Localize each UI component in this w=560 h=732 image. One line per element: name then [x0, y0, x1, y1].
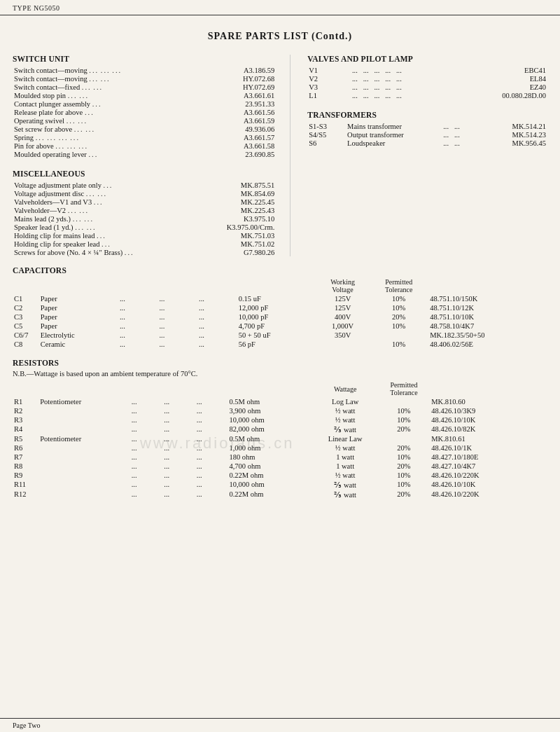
table-row: R3 ......... 10,000 ohm ½ watt 10% 48.42… — [13, 415, 547, 424]
res-wattage: ⅔ watt — [313, 490, 378, 499]
table-row: Speaker lead (1 yd.) ... ... K3.975.00/C… — [13, 223, 276, 231]
table-row: R7 ......... 180 ohm 1 watt 10% 48.427.1… — [13, 453, 547, 462]
switch-unit-section: SWITCH UNIT Switch contact—moving ... ..… — [13, 55, 276, 158]
item-code: A3.661.59 — [155, 116, 276, 125]
cap-type: Ceramic — [39, 340, 118, 349]
item-code: A3.661.61 — [155, 91, 276, 99]
capacitors-table: WorkingVoltage PermittedTolerance C1 Pap… — [13, 277, 547, 349]
res-value: 82,000 ohm — [227, 424, 312, 434]
item-name: Set screw for above ... ... — [13, 125, 155, 133]
res-code: MK.810.61 — [430, 434, 547, 443]
cap-voltage: 125V — [316, 303, 369, 312]
col-header — [38, 380, 130, 397]
dots: ... — [197, 322, 237, 331]
page: TYPE NG5050 SPARE PARTS LIST (Contd.) SW… — [0, 0, 560, 732]
dots: ... — [130, 406, 163, 415]
res-code: 48.426.10/220K — [430, 490, 547, 499]
res-value: 0.5M ohm — [227, 397, 312, 406]
dots: ... — [130, 434, 163, 443]
res-value: 0.5M ohm — [227, 434, 312, 443]
table-row: Valveholder—V2 ... ... MK.225.43 — [13, 206, 276, 214]
res-tolerance — [378, 397, 430, 406]
item-code: MK.225.43 — [155, 206, 276, 214]
item-code: 23.690.85 — [155, 150, 276, 158]
table-row: V3 ... ... ... ... ... EZ40 — [307, 83, 547, 91]
cap-code: 48.751.10/150K — [428, 294, 547, 303]
res-wattage: ⅔ watt — [313, 480, 378, 490]
res-value: 0.22M ohm — [227, 471, 312, 480]
res-code: 48.426.10/3K9 — [430, 406, 547, 415]
item-name: Screws for above (No. 4 × ¼″ Brass) ... — [13, 248, 155, 256]
top-bar: TYPE NG5050 — [0, 0, 560, 15]
table-row: C6/7 Electrolytic ......... 50 + 50 uF 3… — [13, 331, 547, 340]
table-row: Pin for above ... ... ... A3.661.58 — [13, 141, 276, 150]
cap-value: 4,700 pF — [237, 322, 316, 331]
res-ref: R6 — [13, 443, 38, 453]
cap-ref: C2 — [13, 303, 39, 312]
table-header-row: Wattage PermittedTolerance — [13, 380, 547, 397]
cap-voltage: 350V — [316, 331, 369, 340]
res-tolerance: 10% — [378, 471, 430, 480]
item-name: Speaker lead (1 yd.) ... ... — [13, 223, 155, 231]
res-tolerance — [378, 434, 430, 443]
res-ref: R8 — [13, 462, 38, 471]
cap-tolerance: 10% — [369, 303, 428, 312]
dots: ... — [197, 294, 237, 303]
table-row: R12 ......... 0.22M ohm ⅔ watt 20% 48.42… — [13, 490, 547, 499]
res-ref: R7 — [13, 453, 38, 462]
item-name: Valveholder—V2 ... ... — [13, 206, 155, 214]
item-ref: L1 — [307, 91, 351, 99]
col-header-working-voltage: WorkingVoltage — [316, 277, 369, 294]
dots: ... — [195, 434, 228, 443]
res-type — [38, 415, 130, 424]
table-row: R11 ......... 10,000 ohm ⅔ watt 10% 48.4… — [13, 480, 547, 490]
col-header — [162, 380, 195, 397]
dots: ... — [158, 331, 197, 340]
item-code: EL84 — [446, 74, 547, 83]
cap-type: Electrolytic — [39, 331, 118, 340]
item-ref: V3 — [307, 83, 351, 91]
item-code: 49.936.06 — [155, 125, 276, 133]
cap-type: Paper — [39, 303, 118, 312]
cap-voltage: 125V — [316, 294, 369, 303]
item-name: Pin for above ... ... ... — [13, 141, 155, 150]
res-value: 0.22M ohm — [227, 490, 312, 499]
res-type — [38, 471, 130, 480]
dots: ... — [130, 415, 163, 424]
dots: ... — [162, 462, 195, 471]
res-ref: R9 — [13, 471, 38, 480]
col-header-permitted-tolerance: PermittedTolerance — [378, 380, 430, 397]
cap-tolerance: 10% — [369, 322, 428, 331]
res-tolerance: 10% — [378, 415, 430, 424]
res-code: 48.426.10/220K — [430, 471, 547, 480]
cap-voltage: 400V — [316, 312, 369, 322]
table-row: C2 Paper ......... 12,000 pF 125V 10% 48… — [13, 303, 547, 312]
res-type: Potentiometer — [38, 434, 130, 443]
transformers-section: TRANSFORMERS S1-S3 Mains transformer ...… — [307, 111, 547, 147]
col-header — [130, 380, 163, 397]
item-code: EZ40 — [446, 83, 547, 91]
dots: ... — [162, 471, 195, 480]
item-dots: ... ... ... ... ... — [351, 91, 446, 99]
table-row: C3 Paper ......... 10,000 pF 400V 20% 48… — [13, 312, 547, 322]
dots: ... — [195, 397, 228, 406]
miscellaneous-section: MISCELLANEOUS Voltage adjustment plate o… — [13, 170, 276, 256]
dots: ... — [130, 462, 163, 471]
res-wattage: ½ watt — [313, 415, 378, 424]
res-value: 1,000 ohm — [227, 443, 312, 453]
item-name: Voltage adjustment plate only ... — [13, 181, 155, 189]
item-name: Switch contact—moving ... ... — [13, 74, 155, 83]
table-row: Voltage adjustment disc ... ... MK.854.6… — [13, 189, 276, 198]
table-row: C8 Ceramic ......... 56 pF 10% 48.406.02… — [13, 340, 547, 349]
col-header — [227, 380, 312, 397]
res-code: 48.426.10/10K — [430, 480, 547, 490]
dots: ... — [162, 424, 195, 434]
resistors-table: Wattage PermittedTolerance R1 Potentiome… — [13, 380, 547, 499]
res-type — [38, 462, 130, 471]
cap-type: Paper — [39, 322, 118, 331]
dots: ... — [118, 303, 158, 312]
item-ref: S1-S3 — [307, 122, 346, 130]
res-type — [38, 424, 130, 434]
item-code: MK.225.45 — [155, 198, 276, 206]
res-wattage: 1 watt — [313, 462, 378, 471]
